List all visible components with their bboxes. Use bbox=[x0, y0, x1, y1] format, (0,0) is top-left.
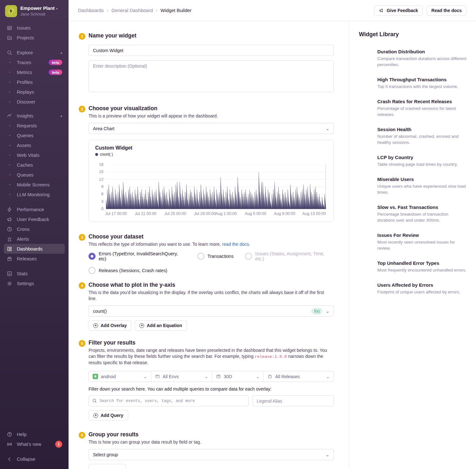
lines-icon bbox=[359, 154, 372, 167]
sidebar-item-traces[interactable]: Traces beta bbox=[4, 57, 65, 67]
group-select[interactable]: Select group ⌄ bbox=[89, 449, 334, 460]
lines-icon bbox=[359, 232, 372, 245]
radio[interactable] bbox=[197, 253, 204, 260]
sidebar-item-assets[interactable]: Assets bbox=[4, 140, 65, 150]
step-choose-y-axis: 4 Choose what to plot in the y-axis This… bbox=[79, 282, 334, 331]
step-title: Choose what to plot in the y-axis bbox=[89, 282, 334, 288]
library-item-top-unhandled-errors[interactable]: Top Unhandled Error TypesMost frequently… bbox=[359, 260, 466, 273]
hash-icon bbox=[359, 176, 372, 189]
breadcrumb-general-dashboard[interactable]: General Dashboard bbox=[111, 8, 153, 13]
library-item-duration-distribution[interactable]: Duration DistributionCompare transaction… bbox=[359, 49, 466, 68]
library-item-session-health[interactable]: Session HealthNumber of abnormal, crashe… bbox=[359, 126, 466, 145]
sidebar-item-whats-new[interactable]: What's new 1 bbox=[4, 439, 65, 449]
megaphone-icon bbox=[379, 8, 384, 13]
environment-filter[interactable]: All Envs ⌄ bbox=[151, 371, 213, 382]
step-subtitle: This reflects the type of information yo… bbox=[89, 241, 334, 247]
visualization-select[interactable]: Area Chart ⌄ bbox=[89, 123, 334, 134]
query-search-input[interactable] bbox=[89, 395, 249, 406]
library-item-users-affected[interactable]: Users Affected by ErrorsFootprint of uni… bbox=[359, 282, 466, 295]
step-number-badge: 2 bbox=[79, 106, 85, 112]
sidebar-item-replays[interactable]: Replays bbox=[4, 87, 65, 97]
sidebar-item-web-vitals[interactable]: Web Vitals bbox=[4, 150, 65, 160]
sidebar-item-queues[interactable]: Queues bbox=[4, 170, 65, 180]
sidebar-item-discover[interactable]: Discover bbox=[4, 97, 65, 107]
chart-legend: count( ) bbox=[95, 152, 327, 157]
sidebar-item-mobile-screens[interactable]: Mobile Screens bbox=[4, 180, 65, 190]
widget-description-input[interactable] bbox=[89, 60, 334, 92]
sidebar-item-queries[interactable]: Queries bbox=[4, 131, 65, 140]
step-subtitle: This is a preview of how your widget wil… bbox=[89, 113, 334, 119]
sidebar-item-help[interactable]: Help bbox=[4, 429, 65, 439]
chevron-down-icon: ⌄ bbox=[326, 309, 329, 314]
lines-icon bbox=[359, 126, 372, 139]
sidebar-item-stats[interactable]: Stats bbox=[4, 269, 65, 278]
insights-icon bbox=[6, 113, 13, 119]
legend-dot bbox=[95, 153, 98, 156]
sidebar-item-profiles[interactable]: Profiles bbox=[4, 77, 65, 87]
area-chart-icon bbox=[359, 260, 372, 273]
sidebar-item-crons[interactable]: Crons bbox=[4, 224, 65, 234]
filter-bar: android ⌄ All Envs ⌄ 30D ⌄ bbox=[89, 371, 334, 382]
line-chart-icon bbox=[359, 282, 372, 295]
plus-icon: + bbox=[93, 323, 98, 328]
give-feedback-button[interactable]: Give Feedback bbox=[374, 5, 423, 16]
library-item-miserable-users[interactable]: Miserable UsersUnique users who have exp… bbox=[359, 176, 466, 195]
step-title: Name your widget bbox=[89, 32, 334, 39]
sidebar-item-metrics[interactable]: Metrics beta bbox=[4, 67, 65, 77]
sidebar-item-explore[interactable]: Explore ▴ bbox=[4, 48, 65, 57]
sidebar-item-requests[interactable]: Requests bbox=[4, 121, 65, 131]
org-switcher[interactable]: Empower Plant ▾ Jane Schmidt bbox=[4, 4, 65, 23]
library-item-issues-for-review[interactable]: Issues For ReviewMost recently seen unre… bbox=[359, 232, 466, 251]
legend-alias-input[interactable] bbox=[253, 395, 334, 406]
y-axis-function-select[interactable]: count() f(x) ⌄ bbox=[89, 305, 334, 317]
breadcrumb-separator: › bbox=[156, 8, 157, 13]
project-filter[interactable]: android ⌄ bbox=[89, 371, 151, 382]
dataset-option-transactions[interactable]: Transactions bbox=[197, 253, 234, 260]
chevron-up-icon: ▴ bbox=[60, 50, 62, 55]
x-axis-labels: Jul 17 00:00Jul 21 00:00Jul 25 00:00Jul … bbox=[106, 211, 326, 218]
release-code-snippet: release:1.0.0 bbox=[255, 354, 287, 359]
sidebar-item-insights[interactable]: Insights ▴ bbox=[4, 111, 65, 121]
add-overlay-button[interactable]: + Add Overlay bbox=[89, 320, 131, 331]
chevron-down-icon: ▾ bbox=[56, 7, 58, 10]
chevron-down-icon: ⌄ bbox=[326, 126, 329, 131]
sidebar-item-releases[interactable]: Releases bbox=[4, 254, 65, 264]
sidebar-item-caches[interactable]: Caches bbox=[4, 160, 65, 170]
sidebar-item-settings[interactable]: Settings bbox=[4, 278, 65, 288]
sidebar-item-performance[interactable]: Performance bbox=[4, 204, 65, 214]
library-item-lcp-by-country[interactable]: LCP by CountryTable showing page load ti… bbox=[359, 154, 466, 167]
dataset-option-issues: Issues (States, Assignment, Time, etc.) bbox=[245, 251, 334, 261]
read-the-docs-button[interactable]: Read the docs bbox=[426, 5, 466, 16]
add-query-button[interactable]: + Add Query bbox=[89, 410, 128, 420]
dataset-option-errors[interactable]: Errors (TypeError, InvalidSearchQuery, e… bbox=[89, 251, 186, 261]
radio[interactable] bbox=[89, 267, 96, 274]
date-range-filter[interactable]: 30D ⌄ bbox=[212, 371, 264, 382]
sidebar-item-user-feedback[interactable]: User Feedback bbox=[4, 214, 65, 224]
library-item-crash-rates[interactable]: Crash Rates for Recent ReleasesPercentag… bbox=[359, 98, 466, 117]
step-number-badge: 5 bbox=[79, 340, 85, 347]
plus-icon: + bbox=[93, 413, 98, 418]
step-title: Group your results bbox=[89, 431, 334, 438]
search-icon bbox=[6, 50, 13, 56]
dataset-option-releases[interactable]: Releases (Sessions, Crash rates) bbox=[89, 267, 167, 274]
sidebar-item-issues[interactable]: Issues bbox=[4, 23, 65, 33]
sidebar-item-alerts[interactable]: Alerts bbox=[4, 234, 65, 244]
sidebar-item-dashboards[interactable]: Dashboards bbox=[4, 244, 65, 254]
widget-name-input[interactable] bbox=[89, 45, 334, 56]
page-header: Dashboards › General Dashboard › Widget … bbox=[69, 0, 476, 21]
filter-hint-text: Filter down your search here. You can ad… bbox=[89, 386, 334, 392]
siren-icon bbox=[6, 236, 13, 242]
add-equation-button[interactable]: + Add an Equation bbox=[135, 320, 187, 331]
radio-selected[interactable] bbox=[89, 253, 96, 260]
sidebar-item-llm-monitoring[interactable]: LLM Monitoring bbox=[4, 190, 65, 199]
add-group-button[interactable] bbox=[89, 464, 126, 469]
sidebar-item-projects[interactable]: Projects bbox=[4, 33, 65, 43]
breadcrumb-dashboards[interactable]: Dashboards bbox=[78, 8, 104, 13]
read-the-docs-link[interactable]: read the docs bbox=[222, 242, 249, 247]
release-filter[interactable]: All Releases ⌄ bbox=[264, 371, 334, 382]
library-item-slow-vs-fast[interactable]: Slow vs. Fast TransactionsPercentage bre… bbox=[359, 204, 466, 223]
library-item-high-throughput[interactable]: High Throughput TransactionsTop 5 transa… bbox=[359, 77, 466, 90]
chevron-down-icon: ⌄ bbox=[205, 374, 208, 379]
sidebar-collapse-button[interactable]: Collapse bbox=[4, 454, 65, 464]
radio-disabled bbox=[245, 253, 252, 260]
